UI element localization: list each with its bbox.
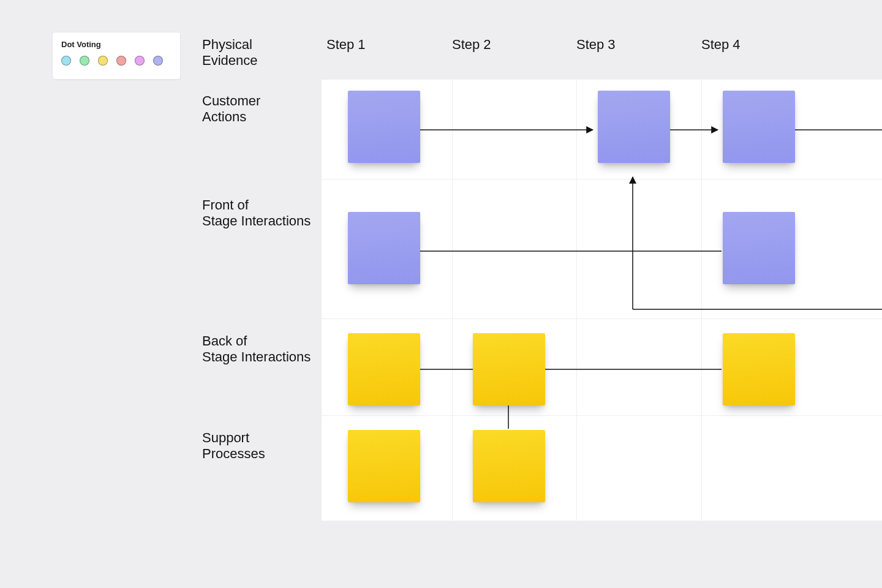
column-divider	[576, 80, 577, 521]
lane-divider	[322, 415, 882, 416]
row-label-0: PhysicalEvidence	[202, 37, 258, 69]
row-label-4: SupportProcesses	[202, 430, 265, 462]
sticky-note[interactable]	[348, 212, 420, 284]
vote-dot-3[interactable]	[116, 56, 126, 66]
sticky-note[interactable]	[348, 430, 420, 502]
column-divider	[452, 80, 453, 521]
sticky-note[interactable]	[348, 91, 420, 163]
col-label-3: Step 4	[701, 37, 741, 53]
row-label-3: Back ofStage Interactions	[202, 333, 311, 366]
vote-dot-4[interactable]	[135, 56, 145, 66]
col-label-1: Step 2	[452, 37, 491, 53]
vote-dot-0[interactable]	[61, 56, 71, 66]
vote-dot-5[interactable]	[153, 56, 163, 66]
sticky-note[interactable]	[473, 430, 545, 502]
sticky-note[interactable]	[473, 333, 545, 405]
col-label-0: Step 1	[326, 37, 366, 53]
col-label-2: Step 3	[576, 37, 616, 53]
row-label-2: Front ofStage Interactions	[202, 197, 311, 230]
sticky-note[interactable]	[348, 333, 420, 405]
service-blueprint-grid: PhysicalEvidenceCustomerActionsFront ofS…	[196, 37, 882, 527]
sticky-note[interactable]	[723, 333, 795, 405]
dot-voting-panel: Dot Voting	[52, 32, 181, 80]
vote-dot-1[interactable]	[80, 56, 89, 66]
dot-voting-dots	[61, 56, 172, 66]
vote-dot-2[interactable]	[98, 56, 108, 66]
lane-divider	[322, 179, 882, 179]
row-label-1: CustomerActions	[202, 93, 260, 126]
sticky-note[interactable]	[723, 212, 795, 284]
column-divider	[701, 80, 702, 521]
sticky-note[interactable]	[598, 91, 670, 163]
sticky-note[interactable]	[723, 91, 795, 163]
lane-divider	[322, 318, 882, 319]
dot-voting-title: Dot Voting	[61, 40, 172, 49]
